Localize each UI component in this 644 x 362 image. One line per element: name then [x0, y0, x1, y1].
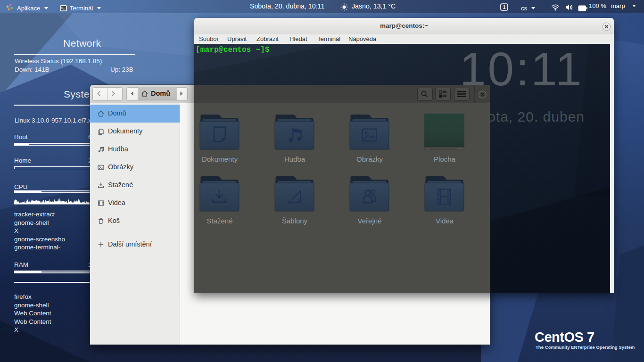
svg-text:1: 1 [503, 5, 506, 10]
